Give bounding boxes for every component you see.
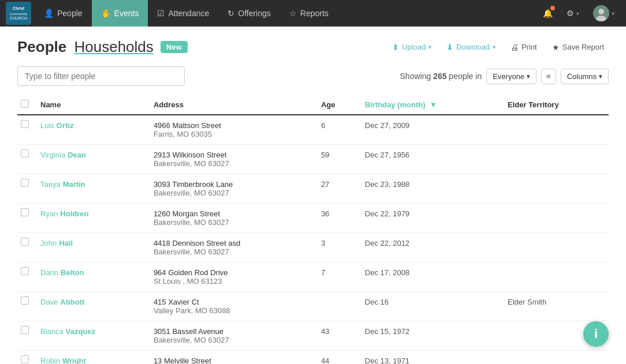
columns-label: Columns [567,72,597,81]
row-name[interactable]: Ryan Holdren [35,204,148,233]
person-first-name: Ryan [40,209,58,218]
col-elder[interactable]: Elder Territory [502,95,609,115]
address-line2: Bakersville, MO 63027 [154,159,310,168]
columns-chevron: ▾ [599,73,602,80]
row-checkbox[interactable] [21,326,29,334]
row-checkbox[interactable] [21,120,29,128]
row-address: 2913 Wilkinson Street Bakersville, MO 63… [148,145,315,174]
row-checkbox[interactable] [21,149,29,157]
filter-row: Showing 265 people in Everyone ▾ ≡ Colum… [17,66,609,86]
row-address: 4966 Mattson Street Farris, MO 63035 [148,115,315,145]
row-age: 6 [315,115,359,145]
download-button[interactable]: ⬇ Download ▾ [442,40,500,54]
svg-text:Christ: Christ [13,6,25,10]
title-light: Households [74,38,153,55]
address-line1: 3051 Bassell Avenue [154,327,310,336]
row-name[interactable]: Luis Ortiz [35,115,148,145]
address-line1: 13 Melville Street [154,357,310,364]
print-button[interactable]: 🖨 Print [506,40,542,54]
col-address[interactable]: Address [148,95,315,115]
row-address: 1260 Morgan Street Bakersville, MO 63027 [148,204,315,233]
row-address: 13 Melville Street [148,351,315,365]
group-filter-button[interactable]: Everyone ▾ [486,69,536,84]
address-line1: 3093 Timberbrook Lane [154,180,310,189]
title-left: People Households New [17,38,188,56]
svg-text:CHURCH: CHURCH [10,16,27,20]
settings-chevron: ▾ [576,10,579,17]
row-name[interactable]: Blanca Vazquez [35,321,148,351]
upload-button[interactable]: ⬆ Upload ▾ [387,40,436,54]
row-checkbox[interactable] [21,238,29,246]
group-chevron: ▾ [527,73,530,80]
nav-item-offerings[interactable]: ↻ Offerings [218,0,280,27]
nav-item-events[interactable]: ✋ Events [92,0,148,27]
col-name[interactable]: Name [35,95,148,115]
row-birthday: Dec 16 [359,292,502,321]
select-all-header [17,95,35,115]
address-line1: 4418 Dennison Street asd [154,239,310,247]
person-last-name: Ortiz [57,121,74,130]
row-birthday: Dec 22, 1979 [359,204,502,233]
title-bold: People [17,38,66,55]
table-row: Ryan Holdren 1260 Morgan Street Bakersvi… [17,204,609,233]
person-first-name: Darin [40,268,58,277]
top-nav: Christ Community CHURCH 👤 People ✋ Event… [0,0,626,27]
address-line2: Bakersville, MO 63027 [154,189,310,197]
profile-chevron: ▾ [612,10,614,17]
table-row: Luis Ortiz 4966 Mattson Street Farris, M… [17,115,609,145]
notifications-button[interactable]: 🔔 [537,0,558,27]
row-birthday: Dec 17, 2008 [359,262,502,292]
table-row: Dave Abbott 415 Xavier Ct Valley Park, M… [17,292,609,321]
profile-button[interactable]: ▾ [587,0,620,27]
people-table: Name Address Age Birthday (month) ▼ Elde… [17,95,609,364]
row-birthday: Dec 27, 2009 [359,115,502,145]
title-actions: ⬆ Upload ▾ ⬇ Download ▾ 🖨 Print ★ Save R… [387,40,609,54]
row-name[interactable]: Dave Abbott [35,292,148,321]
row-name[interactable]: John Hall [35,233,148,262]
row-age: 59 [315,145,359,174]
table-row: Darin Belton 964 Golden Rod Drive St Lou… [17,262,609,292]
address-line2: Farris, MO 63035 [154,130,310,138]
row-checkbox[interactable] [21,208,29,216]
address-line1: 415 Xavier Ct [154,298,310,306]
col-age[interactable]: Age [315,95,359,115]
row-name[interactable]: Virginia Dean [35,145,148,174]
table-row: Robin Wright 13 Melville Street 44 Dec 1… [17,351,609,365]
row-birthday: Dec 13, 1971 [359,351,502,365]
person-first-name: Luis [40,121,54,130]
info-button[interactable]: i [583,321,609,347]
row-name[interactable]: Tanya Martin [35,174,148,204]
row-name[interactable]: Robin Wright [35,351,148,365]
row-checkbox[interactable] [21,297,29,305]
gear-icon: ⚙ [567,9,574,18]
row-birthday: Dec 23, 1988 [359,174,502,204]
hamburger-icon: ≡ [546,72,551,81]
save-report-button[interactable]: ★ Save Report [547,40,609,54]
col-birthday[interactable]: Birthday (month) ▼ [359,95,502,115]
new-button[interactable]: New [161,41,188,53]
row-address: 3093 Timberbrook Lane Bakersville, MO 63… [148,174,315,204]
row-checkbox[interactable] [21,355,29,363]
showing-text: Showing 265 people in [400,72,482,81]
logo[interactable]: Christ Community CHURCH [6,2,31,25]
group-label: Everyone [493,72,524,81]
star-icon: ★ [552,43,560,52]
nav-item-people[interactable]: 👤 People [35,0,92,27]
nav-item-attendance[interactable]: ☑ Attendance [148,0,218,27]
select-all-checkbox[interactable] [21,100,29,108]
settings-button[interactable]: ⚙ ▾ [561,0,585,27]
nav-item-reports[interactable]: ☆ Reports [280,0,338,27]
hamburger-button[interactable]: ≡ [541,69,556,84]
filter-input[interactable] [17,66,185,86]
row-age: 44 [315,351,359,365]
person-first-name: Virginia [40,151,65,159]
person-last-name: Belton [61,268,84,277]
row-checkbox[interactable] [21,267,29,275]
row-elder [502,174,609,204]
row-age: 43 [315,321,359,351]
person-last-name: Martin [63,180,85,189]
person-last-name: Wright [62,357,86,364]
row-checkbox[interactable] [21,179,29,187]
columns-button[interactable]: Columns ▾ [561,69,609,84]
row-name[interactable]: Darin Belton [35,262,148,292]
